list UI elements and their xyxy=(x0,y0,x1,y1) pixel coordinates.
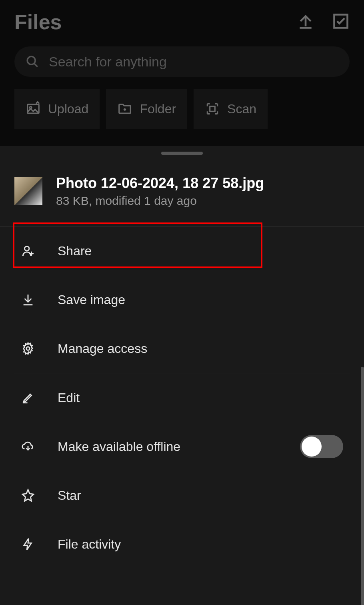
upload-label: Upload xyxy=(48,102,88,116)
download-icon xyxy=(21,292,35,307)
file-info: Photo 12-06-2024, 18 27 58.jpg 83 KB, mo… xyxy=(0,155,364,226)
svg-point-6 xyxy=(26,347,30,351)
scan-label: Scan xyxy=(227,102,256,116)
save-image-label: Save image xyxy=(58,292,125,307)
quick-actions: Upload Folder Scan xyxy=(14,89,350,129)
folder-button[interactable]: Folder xyxy=(106,89,187,129)
gear-icon xyxy=(21,341,35,356)
sheet-drag-handle[interactable] xyxy=(161,152,203,155)
edit-option[interactable]: Edit xyxy=(0,373,364,422)
select-icon[interactable] xyxy=(332,12,350,32)
folder-label: Folder xyxy=(140,102,176,116)
options-menu: Share Save image Manage access Edit xyxy=(0,226,364,569)
bolt-icon xyxy=(21,537,35,551)
file-meta: 83 KB, modified 1 day ago xyxy=(56,194,264,208)
toggle-knob xyxy=(302,437,322,457)
manage-access-label: Manage access xyxy=(58,341,147,356)
file-options-sheet: Photo 12-06-2024, 18 27 58.jpg 83 KB, mo… xyxy=(0,146,364,605)
cloud-download-icon xyxy=(21,439,35,454)
share-option[interactable]: Share xyxy=(0,226,364,275)
upload-button[interactable]: Upload xyxy=(14,89,100,129)
file-name: Photo 12-06-2024, 18 27 58.jpg xyxy=(56,175,264,192)
offline-label: Make available offline xyxy=(58,439,180,454)
upload-icon[interactable] xyxy=(297,12,314,32)
scan-button[interactable]: Scan xyxy=(194,89,268,129)
file-activity-option[interactable]: File activity xyxy=(0,520,364,569)
svg-rect-4 xyxy=(210,106,215,112)
scan-icon xyxy=(205,101,220,116)
search-icon xyxy=(26,55,39,68)
search-placeholder: Search for anything xyxy=(49,54,167,70)
file-activity-label: File activity xyxy=(58,537,121,552)
manage-access-option[interactable]: Manage access xyxy=(0,324,364,373)
file-thumbnail xyxy=(14,177,42,205)
background-app: Files Search for anything Upload Folder … xyxy=(0,0,364,146)
folder-plus-icon xyxy=(117,101,132,116)
save-image-option[interactable]: Save image xyxy=(0,275,364,324)
page-title: Files xyxy=(14,10,62,34)
offline-option[interactable]: Make available offline xyxy=(0,422,364,471)
star-icon xyxy=(21,488,35,503)
svg-point-1 xyxy=(27,56,35,64)
edit-label: Edit xyxy=(58,391,80,405)
pencil-icon xyxy=(21,391,35,405)
search-input[interactable]: Search for anything xyxy=(14,46,350,77)
svg-point-5 xyxy=(25,246,29,251)
star-option[interactable]: Star xyxy=(0,471,364,520)
image-upload-icon xyxy=(26,101,41,116)
offline-toggle[interactable] xyxy=(300,435,343,458)
share-icon xyxy=(21,244,35,258)
scroll-indicator[interactable] xyxy=(361,367,364,605)
app-header: Files xyxy=(0,0,364,36)
header-actions xyxy=(297,12,350,32)
share-label: Share xyxy=(58,244,92,258)
star-label: Star xyxy=(58,488,81,503)
